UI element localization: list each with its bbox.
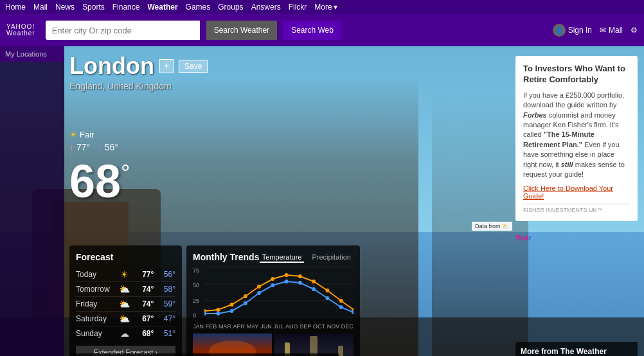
nav-more-dropdown[interactable]: More ▾ [314, 3, 337, 12]
forecast-icon-friday: ⛅ [117, 299, 132, 309]
temp-range: ↑ 77° ↓ 56° [69, 142, 130, 152]
ad-body: If you have a £250,000 portfolio, downlo… [523, 91, 630, 180]
forecast-day: Today [76, 270, 114, 279]
ad-panel: To Investors Who Want to Retire Comforta… [515, 56, 638, 221]
forecast-day: Saturday [76, 314, 114, 323]
user-icon: 👤 [553, 24, 566, 37]
forecast-day: Sunday [76, 329, 114, 338]
search-weather-button[interactable]: Search Weather [206, 21, 278, 40]
forecast-low-friday: 59° [156, 299, 175, 308]
svg-point-20 [257, 291, 261, 295]
svg-point-14 [339, 299, 343, 303]
forecast-icon-sunday: ☁ [117, 328, 132, 339]
forecast-icon-saturday: ⛅ [117, 314, 132, 324]
arrow-up-icon: ↑ [69, 142, 74, 152]
top-navigation: Home Mail News Sports Finance Weather Ga… [0, 0, 644, 14]
x-axis-labels: JAN FEB MAR APR MAY JUN JUL AUG SEP OCT … [193, 323, 353, 330]
london-night-image [193, 334, 272, 356]
nav-mail[interactable]: Mail [33, 3, 48, 12]
chart-container: 75 50 25 0 [193, 267, 353, 322]
nav-flickr[interactable]: Flickr [289, 3, 307, 12]
temperature-chart [204, 267, 353, 319]
degree-symbol: ° [121, 160, 130, 187]
settings-icon[interactable]: ⚙ [631, 26, 638, 35]
save-location-button[interactable]: Save [179, 60, 208, 73]
svg-point-9 [271, 277, 274, 281]
tab-precipitation[interactable]: Precipitation [309, 253, 353, 263]
arrow-down-icon: ↓ [98, 142, 102, 152]
nav-weather[interactable]: Weather [147, 3, 177, 12]
svg-point-18 [230, 309, 234, 313]
svg-point-13 [326, 289, 330, 292]
forecast-panel: Forecast Today ☀ 77° 56° Tomorrow ⛅ 74° … [69, 245, 182, 356]
bigben-night-image [274, 334, 353, 356]
sign-in-link[interactable]: 👤 Sign In [553, 24, 592, 37]
svg-point-22 [285, 280, 289, 283]
flickr-badge: flickr [516, 235, 532, 242]
more-weather-title: More from The Weather Channel® [521, 347, 632, 356]
sun-icon: ☀ [69, 130, 77, 139]
mail-icon: ✉ [600, 26, 606, 35]
forecast-high-saturday: 67° [134, 314, 154, 323]
nav-more[interactable]: More [314, 3, 332, 12]
svg-point-27 [352, 310, 353, 314]
nav-home[interactable]: Home [5, 3, 26, 12]
nav-finance[interactable]: Finance [112, 3, 140, 12]
forecast-row-saturday: Saturday ⛅ 67° 47° [76, 312, 175, 326]
forecast-high-tomorrow: 74° [134, 285, 154, 294]
forecast-high-sunday: 68° [134, 329, 154, 338]
forecast-high-friday: 74° [134, 299, 154, 308]
trends-tabs: Temperature Precipitation [260, 253, 353, 263]
nav-news[interactable]: News [55, 3, 75, 12]
forecast-low-sunday: 51° [156, 329, 175, 338]
y-axis-labels: 75 50 25 0 [193, 267, 199, 319]
nav-sports[interactable]: Sports [82, 3, 105, 12]
my-locations-button[interactable]: My Locations [0, 46, 64, 62]
svg-point-26 [339, 305, 343, 309]
tab-temperature[interactable]: Temperature [260, 253, 305, 263]
search-input[interactable] [46, 21, 200, 40]
location-subtitle: England, United Kingdom [69, 81, 208, 91]
main-area: My Locations London + Save England, Unit… [0, 46, 644, 356]
ad-cta-link[interactable]: Click Here to Download Your Guide! [523, 184, 630, 200]
weather-condition: ☀ Fair [69, 130, 130, 139]
svg-point-24 [312, 287, 316, 291]
svg-point-21 [271, 283, 274, 287]
forecast-high-today: 77° [134, 270, 154, 279]
nav-groups[interactable]: Groups [218, 3, 243, 12]
svg-point-7 [244, 294, 247, 298]
svg-point-16 [204, 312, 206, 316]
svg-point-19 [244, 301, 247, 305]
mail-link[interactable]: ✉ Mail [600, 26, 623, 35]
forecast-low-saturday: 47° [156, 314, 175, 323]
forecast-row-today: Today ☀ 77° 56° [76, 267, 175, 282]
search-web-button[interactable]: Search Web [283, 21, 341, 40]
forecast-icon-today: ☀ [117, 269, 132, 280]
svg-point-6 [230, 303, 234, 307]
svg-point-8 [257, 285, 261, 289]
add-location-button[interactable]: + [159, 59, 174, 73]
trends-images [193, 334, 353, 356]
header-right: 👤 Sign In ✉ Mail ⚙ [553, 24, 638, 37]
yahoo-logo: YAHOO! Weather [6, 24, 35, 37]
svg-point-11 [298, 274, 302, 278]
temp-big: 68° [69, 155, 130, 208]
details-panel: Details Feels Like 67° Visibility 6.21mi… [69, 353, 339, 356]
location-header: London + Save England, United Kingdom [69, 53, 208, 91]
forecast-row-friday: Friday ⛅ 74° 59° [76, 297, 175, 312]
forecast-low-tomorrow: 58° [156, 285, 175, 294]
trends-title: Monthly Trends [193, 252, 259, 262]
chevron-down-icon: ▾ [334, 3, 337, 12]
weather-channel-logo: ⛅ [502, 223, 509, 229]
data-source-badge: Data from ⛅ [472, 222, 512, 231]
svg-point-23 [298, 281, 302, 285]
sidebar: My Locations [0, 46, 64, 356]
current-weather: ☀ Fair ↑ 77° ↓ 56° 68° [69, 130, 130, 208]
monthly-trends-panel: Monthly Trends Temperature Precipitation… [186, 245, 360, 356]
nav-games[interactable]: Games [186, 3, 211, 12]
forecast-title: Forecast [76, 252, 175, 262]
forecast-low-today: 56° [156, 270, 175, 279]
nav-answers[interactable]: Answers [251, 3, 281, 12]
svg-point-25 [326, 296, 330, 300]
ad-brand: FISHER INVESTMENTS UK™ [523, 204, 630, 213]
